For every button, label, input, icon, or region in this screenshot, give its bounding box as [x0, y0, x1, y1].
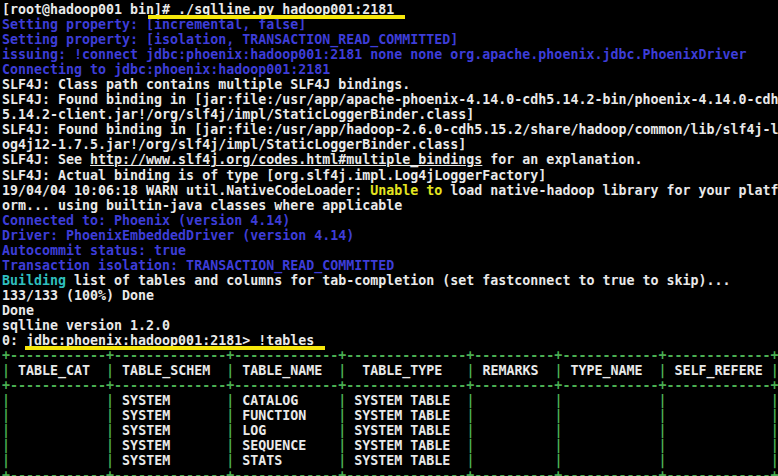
text-segment: [474, 453, 554, 468]
log-line-version: sqlline version 1.2.0: [2, 318, 778, 333]
table-row-stats: | | SYSTEM | STATS | SYSTEM TABLE | | | …: [2, 453, 778, 468]
text-segment: 19/04/04 10:06:18 WARN util.NativeCodeLo…: [2, 183, 370, 198]
text-segment: |: [226, 438, 234, 453]
text-segment: Connecting to jdbc:phoenix:hadoop001:218…: [2, 62, 330, 77]
text-segment: SLF4J: Found binding in [jar:file:/usr/a…: [2, 92, 778, 107]
table-row-sequence: | | SYSTEM | SEQUENCE | SYSTEM TABLE | |…: [2, 438, 778, 453]
text-segment: SYSTEM TABLE: [346, 438, 466, 453]
text-segment: Driver: PhoenixEmbeddedDriver (version 4…: [2, 228, 354, 243]
text-segment: sqlline version 1.2.0: [2, 318, 170, 333]
log-line-slf4j-see: SLF4J: See http://www.slf4j.org/codes.ht…: [2, 152, 778, 167]
text-segment: Setting property: [isolation, TRANSACTIO…: [2, 32, 458, 47]
text-segment: |: [659, 453, 667, 468]
text-segment: 5.14.2-client.jar!/org/slf4j/impl/Static…: [2, 107, 474, 122]
text-segment: Autocommit status: true: [2, 243, 186, 258]
text-segment: [474, 423, 554, 438]
text-segment: |: [106, 423, 114, 438]
command-line: [root@hadoop001 bin]# ./sqlline.py hadoo…: [2, 2, 778, 17]
text-segment: [10, 408, 106, 423]
log-line-slf4j-actual: SLF4J: Actual binding is of type [org.sl…: [2, 168, 778, 183]
text-segment: |: [771, 393, 778, 408]
text-segment: [474, 438, 554, 453]
text-segment: |: [2, 423, 10, 438]
text-segment: TABLE_SCHEM: [114, 363, 226, 378]
text-segment: SEQUENCE: [234, 438, 338, 453]
text-segment: |: [771, 423, 778, 438]
log-line-autocommit: Autocommit status: true: [2, 243, 778, 258]
text-segment: for an explanation.: [482, 152, 642, 167]
text-segment: Building: [2, 273, 66, 288]
text-segment: [667, 393, 771, 408]
text-segment: SYSTEM: [114, 453, 226, 468]
table-row-catalog: | | SYSTEM | CATALOG | SYSTEM TABLE | | …: [2, 393, 778, 408]
text-segment: SLF4J: Found binding in [jar:file:/usr/a…: [2, 122, 778, 137]
text-segment: SYSTEM: [114, 438, 226, 453]
text-segment: issuing: !connect jdbc:phoenix:hadoop001…: [2, 47, 747, 62]
text-segment: |: [106, 393, 114, 408]
log-line-transaction: Transaction isolation: TRANSACTION_READ_…: [2, 258, 778, 273]
text-segment: list of tables and columns for tab-compl…: [66, 273, 730, 288]
table-header-row: | TABLE_CAT | TABLE_SCHEM | TABLE_NAME |…: [2, 363, 778, 378]
text-segment: load native-hadoop library for your plat…: [442, 183, 778, 198]
text-segment: [10, 393, 106, 408]
text-segment: [562, 453, 658, 468]
prompt-line: 0: jdbc:phoenix:hadoop001:2181> !tables: [2, 333, 778, 348]
text-segment: |: [226, 423, 234, 438]
text-segment: |: [2, 438, 10, 453]
log-line-done: Done: [2, 303, 778, 318]
text-segment: 133/133 (100%) Done: [2, 288, 154, 303]
log-line-native-warn-wrap: orm... using builtin-java classes where …: [2, 198, 778, 213]
table-row-function: | | SYSTEM | FUNCTION | SYSTEM TABLE | |…: [2, 408, 778, 423]
terminal[interactable]: [root@hadoop001 bin]# ./sqlline.py hadoo…: [0, 0, 778, 476]
text-segment: |: [771, 363, 778, 378]
text-segment: |: [659, 363, 667, 378]
text-segment: [667, 438, 771, 453]
text-segment: |: [771, 453, 778, 468]
text-segment: +------------+--------------+-----------…: [2, 468, 778, 476]
table-row-log: | | SYSTEM | LOG | SYSTEM TABLE | | | |: [2, 423, 778, 438]
text-segment: [474, 408, 554, 423]
text-segment: Done: [2, 303, 34, 318]
log-line-connected-to: Connected to: Phoenix (version 4.14): [2, 213, 778, 228]
log-line-slf4j-binding-2: SLF4J: Found binding in [jar:file:/usr/a…: [2, 122, 778, 137]
table-border-mid: +------------+--------------+-----------…: [2, 378, 778, 393]
text-segment: [474, 393, 554, 408]
text-segment: SYSTEM: [114, 393, 226, 408]
log-line-building: Building list of tables and columns for …: [2, 273, 778, 288]
text-segment: TYPE_NAME: [562, 363, 658, 378]
text-segment: SYSTEM: [114, 408, 226, 423]
log-line-setting-isolation: Setting property: [isolation, TRANSACTIO…: [2, 32, 778, 47]
text-segment: |: [2, 408, 10, 423]
log-line-driver: Driver: PhoenixEmbeddedDriver (version 4…: [2, 228, 778, 243]
text-segment: http://www.slf4j.org/codes.html#multiple…: [90, 152, 482, 167]
text-segment: orm... using builtin-java classes where …: [2, 198, 402, 213]
text-segment: |: [2, 363, 10, 378]
text-segment: |: [226, 363, 234, 378]
text-segment: SYSTEM TABLE: [346, 453, 466, 468]
text-segment: [562, 423, 658, 438]
highlight-underline: [25, 346, 324, 350]
text-segment: [667, 453, 771, 468]
log-line-native-warn: 19/04/04 10:06:18 WARN util.NativeCodeLo…: [2, 183, 778, 198]
log-line-slf4j-classpath: SLF4J: Class path contains multiple SLF4…: [2, 77, 778, 92]
highlight-underline: [148, 15, 404, 19]
text-segment: SYSTEM TABLE: [346, 423, 466, 438]
text-segment: [10, 453, 106, 468]
text-segment: |: [659, 408, 667, 423]
text-segment: LOG: [234, 423, 338, 438]
text-segment: [562, 438, 658, 453]
text-segment: [667, 408, 771, 423]
text-segment: |: [2, 393, 10, 408]
text-segment: |: [106, 453, 114, 468]
text-segment: |: [659, 438, 667, 453]
text-segment: |: [226, 453, 234, 468]
log-line-slf4j-binding-1-wrap: 5.14.2-client.jar!/org/slf4j/impl/Static…: [2, 107, 778, 122]
text-segment: FUNCTION: [234, 408, 338, 423]
text-segment: TABLE_CAT: [10, 363, 106, 378]
log-line-connecting: Connecting to jdbc:phoenix:hadoop001:218…: [2, 62, 778, 77]
text-segment: |: [106, 438, 114, 453]
log-line-slf4j-binding-1: SLF4J: Found binding in [jar:file:/usr/a…: [2, 92, 778, 107]
text-segment: +------------+--------------+-----------…: [2, 378, 778, 393]
text-segment: Transaction isolation: TRANSACTION_READ_…: [2, 258, 394, 273]
text-segment: REMARKS: [474, 363, 554, 378]
